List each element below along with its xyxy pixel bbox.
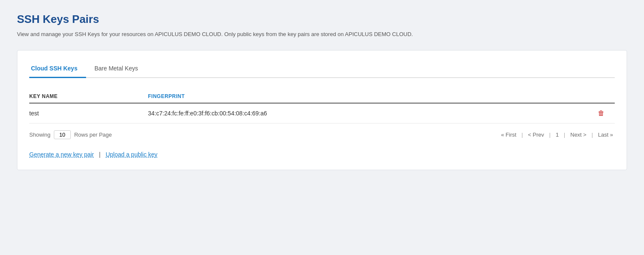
fingerprint-cell: 34:c7:24:fc:fe:ff:e0:3f:f6:cb:00:54:08:c… (148, 110, 598, 117)
page-title: SSH Keys Pairs (17, 13, 627, 26)
table-header: KEY NAME FINGERPRINT (29, 90, 615, 104)
table-row: test 34:c7:24:fc:fe:ff:e0:3f:f6:cb:00:54… (29, 104, 615, 123)
showing-label: Showing (29, 132, 50, 138)
last-page-button[interactable]: Last » (597, 131, 615, 139)
rows-per-page-control: Showing Rows per Page (29, 130, 112, 139)
tab-bar: Cloud SSH Keys Bare Metal Keys (29, 61, 615, 78)
action-links: Generate a new key pair | Upload a publi… (29, 151, 615, 158)
rows-per-page-label: Rows per Page (74, 132, 112, 138)
next-page-button[interactable]: Next > (569, 131, 588, 139)
col-header-key-name: KEY NAME (29, 93, 148, 99)
keys-table: KEY NAME FINGERPRINT test 34:c7:24:fc:fe… (29, 90, 615, 123)
first-page-button[interactable]: « First (499, 131, 518, 139)
sep-1: | (520, 131, 524, 139)
main-card: Cloud SSH Keys Bare Metal Keys KEY NAME … (17, 50, 627, 170)
key-name-cell: test (29, 110, 148, 117)
col-header-actions (598, 93, 615, 99)
pagination-controls: « First | < Prev | 1 | Next > | Last » (499, 131, 615, 139)
current-page: 1 (554, 131, 560, 139)
prev-page-button[interactable]: < Prev (526, 131, 546, 139)
tab-cloud-ssh-keys[interactable]: Cloud SSH Keys (29, 61, 86, 78)
pagination-row: Showing Rows per Page « First | < Prev |… (29, 130, 615, 139)
col-header-fingerprint: FINGERPRINT (148, 93, 598, 99)
action-separator: | (99, 151, 101, 158)
sep-4: | (590, 131, 594, 139)
page-description: View and manage your SSH Keys for your r… (17, 31, 627, 37)
sep-3: | (562, 131, 567, 139)
actions-cell: 🗑 (598, 109, 615, 117)
page-container: SSH Keys Pairs View and manage your SSH … (0, 0, 644, 183)
upload-public-key-link[interactable]: Upload a public key (106, 151, 157, 158)
sep-2: | (547, 131, 552, 139)
tab-bare-metal-keys[interactable]: Bare Metal Keys (93, 61, 147, 78)
generate-new-key-pair-link[interactable]: Generate a new key pair (29, 151, 94, 158)
delete-icon[interactable]: 🗑 (598, 109, 605, 117)
rows-per-page-input[interactable] (54, 130, 71, 139)
